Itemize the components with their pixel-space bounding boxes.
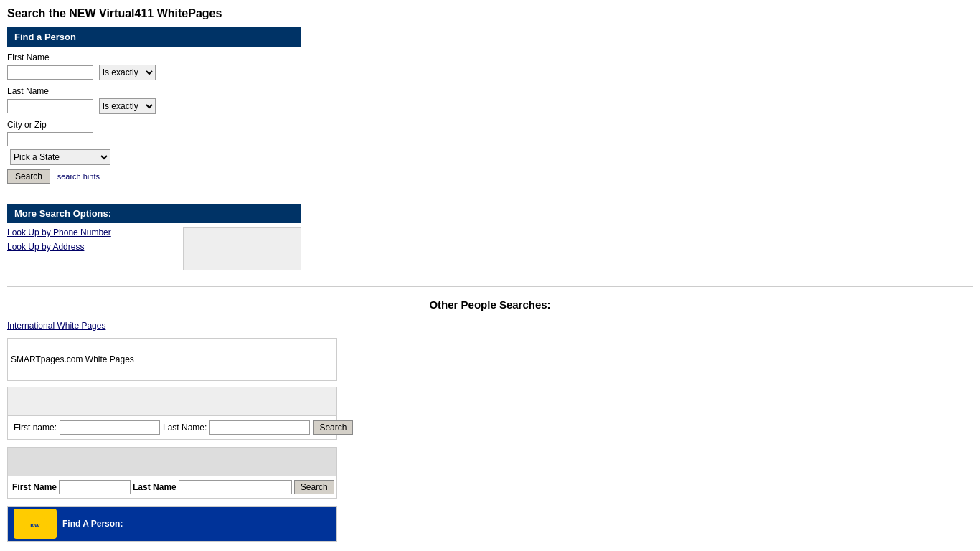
international-white-pages-link[interactable]: International White Pages (7, 321, 973, 331)
first-name-input[interactable] (7, 65, 93, 80)
widget1-banner (8, 387, 336, 416)
widget3: KW Find A Person: (7, 506, 337, 542)
more-search-content: Look Up by Phone Number Look Up by Addre… (7, 223, 301, 275)
widget2-banner (8, 448, 336, 476)
widget1-firstname-label: First name: (14, 423, 57, 433)
widget2-firstname-input[interactable] (59, 480, 131, 494)
first-name-row: First Name Is exactly Starts with Contai… (7, 52, 301, 80)
more-search-section: More Search Options: Look Up by Phone Nu… (7, 204, 301, 275)
divider (7, 286, 973, 287)
city-zip-input[interactable] (7, 132, 93, 146)
first-name-match-select[interactable]: Is exactly Starts with Contains (99, 65, 156, 80)
widget2-lastname-input[interactable] (179, 480, 292, 494)
lookup-phone-link[interactable]: Look Up by Phone Number (7, 227, 176, 237)
widget1-form: First name: Last Name: Search (8, 416, 336, 439)
other-searches-title: Other People Searches: (7, 298, 973, 311)
widget1-lastname-label: Last Name: (163, 423, 207, 433)
smartpages-banner: SMARTpages.com White Pages (7, 338, 337, 381)
find-person-header: Find a Person (7, 27, 301, 47)
city-zip-label: City or Zip (7, 120, 301, 130)
widget2-lastname-label: Last Name (133, 482, 176, 492)
widget3-label: Find A Person: (62, 519, 123, 529)
last-name-label: Last Name (7, 86, 301, 96)
ad-banner (183, 227, 301, 270)
widget3-logo: KW (14, 509, 57, 539)
first-name-label: First Name (7, 52, 301, 62)
widget1: First name: Last Name: Search (7, 387, 337, 440)
widget1-lastname-input[interactable] (209, 420, 310, 435)
other-searches-section: Other People Searches: International Whi… (7, 298, 973, 542)
widget1-search-button[interactable]: Search (313, 420, 353, 435)
page-title: Search the NEW Virtual411 WhitePages (7, 7, 973, 20)
main-search-button[interactable]: Search (7, 169, 50, 184)
widget2: First Name Last Name Search (7, 447, 337, 499)
lookup-address-link[interactable]: Look Up by Address (7, 242, 176, 252)
find-person-form: First Name Is exactly Starts with Contai… (7, 47, 301, 195)
more-links: Look Up by Phone Number Look Up by Addre… (7, 227, 176, 256)
svg-text:KW: KW (30, 522, 40, 529)
last-name-row: Last Name Is exactly Starts with Contain… (7, 86, 301, 114)
smartpages-label: SMARTpages.com White Pages (11, 354, 134, 364)
widget2-form: First Name Last Name Search (8, 476, 336, 498)
find-person-section: Find a Person First Name Is exactly Star… (7, 27, 301, 195)
more-search-header: More Search Options: (7, 204, 301, 223)
widget1-firstname-input[interactable] (60, 420, 160, 435)
widget2-search-button[interactable]: Search (294, 480, 334, 494)
state-select[interactable]: Pick a State ALAKAZAR CACOCTDE FLGAHIID … (10, 149, 110, 165)
last-name-match-select[interactable]: Is exactly Starts with Contains (99, 98, 156, 114)
widget2-firstname-label: First Name (12, 482, 57, 492)
last-name-input[interactable] (7, 99, 93, 113)
city-zip-row: City or Zip Pick a State ALAKAZAR CACOCT… (7, 120, 301, 184)
search-hints-link[interactable]: search hints (57, 172, 100, 181)
